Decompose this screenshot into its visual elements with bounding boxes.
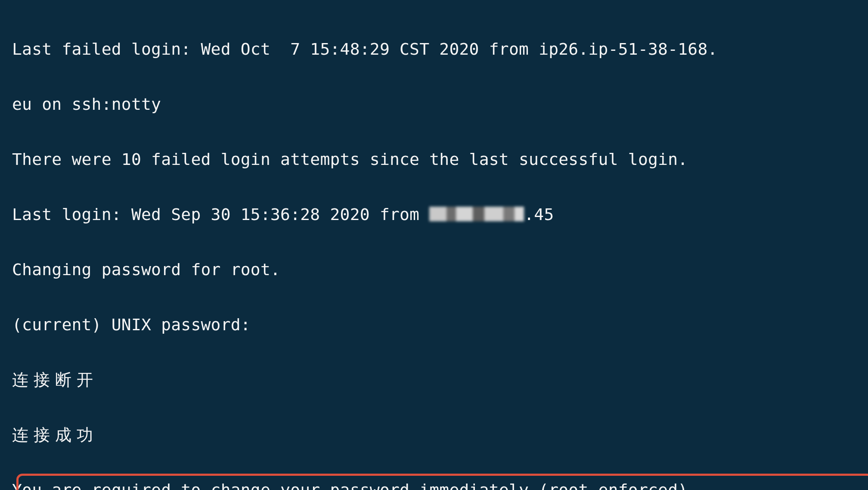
terminal-output[interactable]: Last failed login: Wed Oct 7 15:48:29 CS… [0, 0, 868, 490]
terminal-line-disconnected: 连接断开 [12, 366, 868, 394]
password-change-required-message: You are required to change your password… [12, 481, 688, 490]
terminal-line: eu on ssh:notty [12, 90, 868, 118]
terminal-line-connected: 连接成功 [12, 421, 868, 449]
terminal-line-highlighted: You are required to change your password… [12, 476, 868, 490]
terminal-line: There were 10 failed login attempts sinc… [12, 146, 868, 173]
terminal-line: Last failed login: Wed Oct 7 15:48:29 CS… [12, 35, 868, 63]
terminal-line: Last login: Wed Sep 30 15:36:28 2020 fro… [12, 201, 868, 228]
redacted-ip [429, 207, 524, 221]
terminal-text: .45 [524, 205, 554, 224]
terminal-line: (current) UNIX password: [12, 311, 868, 338]
terminal-text: Last login: Wed Sep 30 15:36:28 2020 fro… [12, 205, 429, 224]
terminal-line: Changing password for root. [12, 256, 868, 283]
